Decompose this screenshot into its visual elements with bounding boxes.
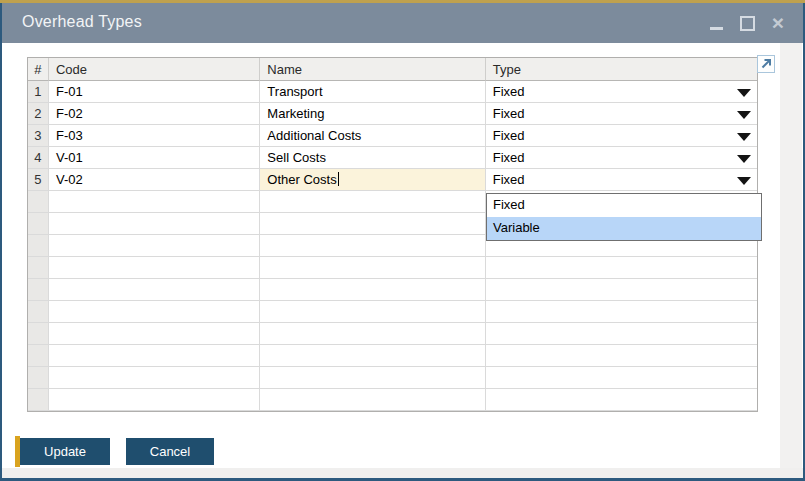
empty-cell-code — [49, 389, 260, 411]
empty-cell-name — [260, 235, 485, 257]
empty-table-row — [28, 279, 757, 301]
empty-cell-name — [260, 257, 485, 279]
cell-name[interactable]: Transport — [260, 81, 485, 103]
minimize-button[interactable] — [707, 14, 725, 32]
empty-cell-name — [260, 323, 485, 345]
empty-cell-code — [49, 323, 260, 345]
empty-cell-num — [28, 301, 49, 323]
column-header-code: Code — [49, 58, 260, 81]
type-dropdown-cell[interactable]: Fixed — [486, 147, 757, 169]
maximize-button[interactable] — [738, 14, 756, 32]
empty-cell-code — [49, 345, 260, 367]
type-dropdown-list: FixedVariable — [486, 193, 762, 241]
overhead-types-window: Overhead Types × #CodeNameType 1F-01Tran… — [0, 0, 805, 481]
empty-table-row — [28, 257, 757, 279]
empty-cell-name — [260, 213, 485, 235]
dropdown-arrow-icon[interactable] — [737, 111, 751, 119]
empty-table-row — [28, 389, 757, 411]
table-row: 2F-02MarketingFixed — [28, 103, 757, 125]
empty-cell-type — [486, 257, 757, 279]
empty-cell-num — [28, 213, 49, 235]
empty-cell-num — [28, 191, 49, 213]
empty-cell-type — [486, 301, 757, 323]
window-controls: × — [707, 3, 787, 43]
dropdown-arrow-icon[interactable] — [737, 177, 751, 185]
cell-code[interactable]: F-03 — [49, 125, 260, 147]
dropdown-option-fixed[interactable]: Fixed — [487, 194, 761, 217]
cell-num[interactable]: 1 — [28, 81, 49, 103]
column-header-type: Type — [486, 58, 757, 81]
cell-num[interactable]: 3 — [28, 125, 49, 147]
cell-num[interactable]: 5 — [28, 169, 49, 191]
close-button[interactable]: × — [769, 14, 787, 32]
right-gutter — [780, 43, 802, 478]
close-icon: × — [772, 15, 784, 31]
empty-cell-type — [486, 323, 757, 345]
cell-code[interactable]: V-01 — [49, 147, 260, 169]
window-border — [0, 0, 2, 481]
empty-cell-num — [28, 279, 49, 301]
table-row: 4V-01Sell CostsFixed — [28, 147, 757, 169]
window-top-accent — [0, 0, 805, 3]
empty-cell-num — [28, 345, 49, 367]
empty-cell-num — [28, 367, 49, 389]
window-title: Overhead Types — [22, 13, 142, 31]
cell-num[interactable]: 4 — [28, 147, 49, 169]
empty-cell-name — [260, 367, 485, 389]
text-caret — [338, 172, 339, 186]
cell-code[interactable]: F-01 — [49, 81, 260, 103]
empty-cell-name — [260, 301, 485, 323]
empty-cell-name — [260, 191, 485, 213]
empty-cell-type — [486, 367, 757, 389]
dropdown-arrow-icon[interactable] — [737, 133, 751, 141]
empty-cell-code — [49, 257, 260, 279]
empty-cell-code — [49, 213, 260, 235]
diagonal-arrow-icon — [758, 56, 774, 72]
empty-cell-code — [49, 191, 260, 213]
minimize-icon — [710, 27, 723, 30]
empty-cell-type — [486, 279, 757, 301]
column-header-name: Name — [260, 58, 485, 81]
table-row: 3F-03Additional CostsFixed — [28, 125, 757, 147]
empty-cell-name — [260, 389, 485, 411]
table-row: 5V-02Other CostsFixed — [28, 169, 757, 191]
cell-name[interactable]: Additional Costs — [260, 125, 485, 147]
cell-name[interactable]: Marketing — [260, 103, 485, 125]
type-dropdown-cell[interactable]: Fixed — [486, 125, 757, 147]
maximize-icon — [740, 16, 755, 31]
bottom-strip — [2, 468, 803, 478]
empty-table-row — [28, 323, 757, 345]
empty-cell-name — [260, 345, 485, 367]
empty-cell-num — [28, 323, 49, 345]
empty-cell-num — [28, 389, 49, 411]
cell-code[interactable]: F-02 — [49, 103, 260, 125]
empty-table-row — [28, 367, 757, 389]
empty-table-row — [28, 301, 757, 323]
cancel-button[interactable]: Cancel — [126, 438, 214, 465]
empty-cell-code — [49, 367, 260, 389]
table-row: 1F-01TransportFixed — [28, 81, 757, 103]
update-button[interactable]: Update — [20, 438, 110, 465]
empty-cell-type — [486, 345, 757, 367]
empty-table-row — [28, 345, 757, 367]
type-dropdown-cell[interactable]: Fixed — [486, 103, 757, 125]
empty-cell-code — [49, 235, 260, 257]
empty-cell-code — [49, 279, 260, 301]
type-dropdown-cell[interactable]: Fixed — [486, 81, 757, 103]
dropdown-option-variable[interactable]: Variable — [487, 217, 761, 240]
empty-cell-num — [28, 257, 49, 279]
titlebar[interactable]: Overhead Types × — [0, 3, 805, 43]
empty-cell-type — [486, 389, 757, 411]
dropdown-arrow-icon[interactable] — [737, 89, 751, 97]
empty-cell-num — [28, 235, 49, 257]
expand-grid-button[interactable] — [757, 55, 775, 73]
type-dropdown-cell[interactable]: Fixed — [486, 169, 757, 191]
edit-text: Other Costs — [267, 172, 336, 187]
dropdown-arrow-icon[interactable] — [737, 155, 751, 163]
empty-cell-code — [49, 301, 260, 323]
cell-num[interactable]: 2 — [28, 103, 49, 125]
cell-name[interactable]: Sell Costs — [260, 147, 485, 169]
table-header-row: #CodeNameType — [28, 58, 757, 81]
name-edit-cell[interactable]: Other Costs — [260, 169, 485, 191]
cell-code[interactable]: V-02 — [49, 169, 260, 191]
